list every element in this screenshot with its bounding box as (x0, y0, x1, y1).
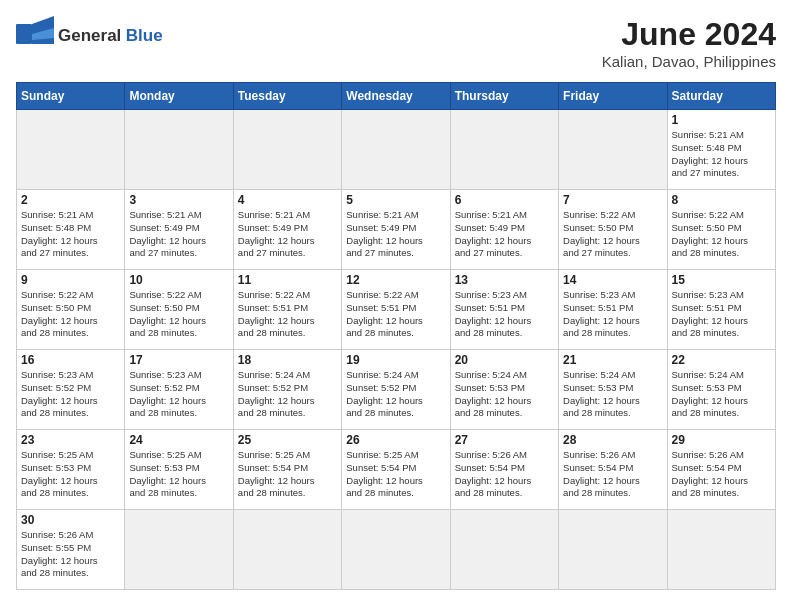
calendar-cell: 28Sunrise: 5:26 AM Sunset: 5:54 PM Dayli… (559, 430, 667, 510)
calendar-cell: 19Sunrise: 5:24 AM Sunset: 5:52 PM Dayli… (342, 350, 450, 430)
calendar-cell: 2Sunrise: 5:21 AM Sunset: 5:48 PM Daylig… (17, 190, 125, 270)
day-number: 22 (672, 353, 771, 367)
day-number: 6 (455, 193, 554, 207)
weekday-header-wednesday: Wednesday (342, 83, 450, 110)
calendar-cell: 4Sunrise: 5:21 AM Sunset: 5:49 PM Daylig… (233, 190, 341, 270)
day-info: Sunrise: 5:25 AM Sunset: 5:54 PM Dayligh… (346, 449, 445, 500)
calendar-cell: 30Sunrise: 5:26 AM Sunset: 5:55 PM Dayli… (17, 510, 125, 590)
logo: General Blue (16, 16, 163, 56)
day-info: Sunrise: 5:21 AM Sunset: 5:49 PM Dayligh… (455, 209, 554, 260)
day-info: Sunrise: 5:21 AM Sunset: 5:48 PM Dayligh… (672, 129, 771, 180)
calendar-cell: 24Sunrise: 5:25 AM Sunset: 5:53 PM Dayli… (125, 430, 233, 510)
weekday-header-tuesday: Tuesday (233, 83, 341, 110)
day-number: 1 (672, 113, 771, 127)
day-number: 30 (21, 513, 120, 527)
calendar-cell: 26Sunrise: 5:25 AM Sunset: 5:54 PM Dayli… (342, 430, 450, 510)
calendar-cell: 13Sunrise: 5:23 AM Sunset: 5:51 PM Dayli… (450, 270, 558, 350)
day-info: Sunrise: 5:25 AM Sunset: 5:53 PM Dayligh… (129, 449, 228, 500)
calendar-cell: 1Sunrise: 5:21 AM Sunset: 5:48 PM Daylig… (667, 110, 775, 190)
day-number: 18 (238, 353, 337, 367)
day-number: 3 (129, 193, 228, 207)
calendar-cell: 18Sunrise: 5:24 AM Sunset: 5:52 PM Dayli… (233, 350, 341, 430)
logo-text: General Blue (58, 26, 163, 46)
calendar-cell (342, 110, 450, 190)
day-number: 8 (672, 193, 771, 207)
day-info: Sunrise: 5:24 AM Sunset: 5:52 PM Dayligh… (346, 369, 445, 420)
day-number: 5 (346, 193, 445, 207)
day-info: Sunrise: 5:21 AM Sunset: 5:49 PM Dayligh… (346, 209, 445, 260)
location-subtitle: Kalian, Davao, Philippines (602, 53, 776, 70)
day-number: 25 (238, 433, 337, 447)
day-number: 11 (238, 273, 337, 287)
day-number: 7 (563, 193, 662, 207)
calendar-cell (125, 510, 233, 590)
day-info: Sunrise: 5:22 AM Sunset: 5:50 PM Dayligh… (672, 209, 771, 260)
weekday-header-monday: Monday (125, 83, 233, 110)
day-info: Sunrise: 5:23 AM Sunset: 5:51 PM Dayligh… (563, 289, 662, 340)
calendar-cell (342, 510, 450, 590)
calendar-cell (450, 510, 558, 590)
day-number: 4 (238, 193, 337, 207)
day-info: Sunrise: 5:26 AM Sunset: 5:54 PM Dayligh… (455, 449, 554, 500)
calendar-cell (559, 110, 667, 190)
calendar-cell: 21Sunrise: 5:24 AM Sunset: 5:53 PM Dayli… (559, 350, 667, 430)
weekday-header-row: SundayMondayTuesdayWednesdayThursdayFrid… (17, 83, 776, 110)
calendar-cell: 29Sunrise: 5:26 AM Sunset: 5:54 PM Dayli… (667, 430, 775, 510)
day-number: 2 (21, 193, 120, 207)
day-info: Sunrise: 5:25 AM Sunset: 5:53 PM Dayligh… (21, 449, 120, 500)
calendar-cell: 11Sunrise: 5:22 AM Sunset: 5:51 PM Dayli… (233, 270, 341, 350)
day-info: Sunrise: 5:26 AM Sunset: 5:55 PM Dayligh… (21, 529, 120, 580)
day-info: Sunrise: 5:24 AM Sunset: 5:52 PM Dayligh… (238, 369, 337, 420)
day-info: Sunrise: 5:22 AM Sunset: 5:50 PM Dayligh… (129, 289, 228, 340)
week-row-5: 30Sunrise: 5:26 AM Sunset: 5:55 PM Dayli… (17, 510, 776, 590)
calendar-cell: 20Sunrise: 5:24 AM Sunset: 5:53 PM Dayli… (450, 350, 558, 430)
day-info: Sunrise: 5:21 AM Sunset: 5:48 PM Dayligh… (21, 209, 120, 260)
day-info: Sunrise: 5:23 AM Sunset: 5:51 PM Dayligh… (455, 289, 554, 340)
day-info: Sunrise: 5:22 AM Sunset: 5:51 PM Dayligh… (346, 289, 445, 340)
month-year-title: June 2024 (602, 16, 776, 53)
day-number: 29 (672, 433, 771, 447)
day-info: Sunrise: 5:24 AM Sunset: 5:53 PM Dayligh… (563, 369, 662, 420)
day-number: 21 (563, 353, 662, 367)
calendar-cell: 7Sunrise: 5:22 AM Sunset: 5:50 PM Daylig… (559, 190, 667, 270)
day-number: 10 (129, 273, 228, 287)
day-number: 15 (672, 273, 771, 287)
calendar-cell (667, 510, 775, 590)
day-info: Sunrise: 5:21 AM Sunset: 5:49 PM Dayligh… (238, 209, 337, 260)
calendar-cell: 14Sunrise: 5:23 AM Sunset: 5:51 PM Dayli… (559, 270, 667, 350)
calendar-cell: 16Sunrise: 5:23 AM Sunset: 5:52 PM Dayli… (17, 350, 125, 430)
calendar-cell: 27Sunrise: 5:26 AM Sunset: 5:54 PM Dayli… (450, 430, 558, 510)
day-info: Sunrise: 5:23 AM Sunset: 5:52 PM Dayligh… (21, 369, 120, 420)
day-number: 14 (563, 273, 662, 287)
calendar-cell: 5Sunrise: 5:21 AM Sunset: 5:49 PM Daylig… (342, 190, 450, 270)
week-row-1: 2Sunrise: 5:21 AM Sunset: 5:48 PM Daylig… (17, 190, 776, 270)
weekday-header-friday: Friday (559, 83, 667, 110)
logo-icon (16, 16, 54, 56)
weekday-header-thursday: Thursday (450, 83, 558, 110)
calendar-cell: 10Sunrise: 5:22 AM Sunset: 5:50 PM Dayli… (125, 270, 233, 350)
week-row-4: 23Sunrise: 5:25 AM Sunset: 5:53 PM Dayli… (17, 430, 776, 510)
day-number: 26 (346, 433, 445, 447)
calendar-table: SundayMondayTuesdayWednesdayThursdayFrid… (16, 82, 776, 590)
day-number: 28 (563, 433, 662, 447)
calendar-cell: 12Sunrise: 5:22 AM Sunset: 5:51 PM Dayli… (342, 270, 450, 350)
day-number: 27 (455, 433, 554, 447)
calendar-cell (17, 110, 125, 190)
day-number: 19 (346, 353, 445, 367)
week-row-2: 9Sunrise: 5:22 AM Sunset: 5:50 PM Daylig… (17, 270, 776, 350)
day-info: Sunrise: 5:26 AM Sunset: 5:54 PM Dayligh… (672, 449, 771, 500)
day-info: Sunrise: 5:21 AM Sunset: 5:49 PM Dayligh… (129, 209, 228, 260)
week-row-0: 1Sunrise: 5:21 AM Sunset: 5:48 PM Daylig… (17, 110, 776, 190)
calendar-cell: 17Sunrise: 5:23 AM Sunset: 5:52 PM Dayli… (125, 350, 233, 430)
day-info: Sunrise: 5:23 AM Sunset: 5:51 PM Dayligh… (672, 289, 771, 340)
calendar-cell: 3Sunrise: 5:21 AM Sunset: 5:49 PM Daylig… (125, 190, 233, 270)
weekday-header-saturday: Saturday (667, 83, 775, 110)
calendar-cell (125, 110, 233, 190)
day-info: Sunrise: 5:24 AM Sunset: 5:53 PM Dayligh… (455, 369, 554, 420)
calendar-cell (233, 510, 341, 590)
day-info: Sunrise: 5:22 AM Sunset: 5:50 PM Dayligh… (21, 289, 120, 340)
svg-rect-0 (16, 24, 32, 44)
week-row-3: 16Sunrise: 5:23 AM Sunset: 5:52 PM Dayli… (17, 350, 776, 430)
day-info: Sunrise: 5:24 AM Sunset: 5:53 PM Dayligh… (672, 369, 771, 420)
calendar-cell: 25Sunrise: 5:25 AM Sunset: 5:54 PM Dayli… (233, 430, 341, 510)
